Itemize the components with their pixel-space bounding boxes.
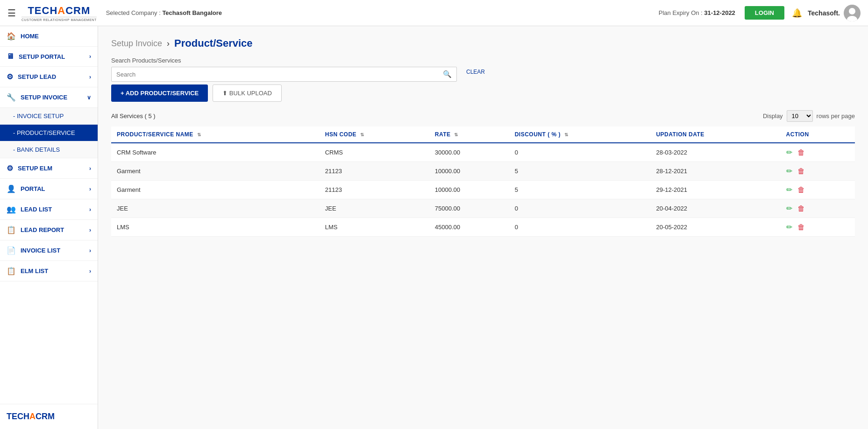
add-product-service-button[interactable]: + ADD PRODUCT/SERVICE bbox=[111, 84, 208, 102]
setup-invoice-icon: 🔧 bbox=[7, 93, 16, 102]
sidebar-item-setup-portal[interactable]: 🖥 SETUP PORTAL › bbox=[0, 47, 98, 67]
avatar bbox=[844, 5, 861, 21]
table-header-row: All Services ( 5 ) Display 10 25 50 100 … bbox=[111, 110, 855, 122]
sidebar-label-portal: PORTAL bbox=[21, 185, 45, 192]
cell-hsn: 21123 bbox=[320, 162, 429, 181]
logo-sub: CUSTOMER RELATIONSHIP MANAGEMENT bbox=[21, 17, 97, 21]
delete-button[interactable]: 🗑 bbox=[797, 223, 805, 231]
user-info: Techasoft. bbox=[808, 5, 861, 21]
breadcrumb-arrow-icon: › bbox=[167, 39, 170, 49]
sidebar-item-lead-report[interactable]: 📋 LEAD REPORT › bbox=[0, 220, 98, 240]
chevron-right-icon-4: › bbox=[89, 186, 91, 192]
bell-icon[interactable]: 🔔 bbox=[792, 8, 802, 18]
chevron-right-icon-2: › bbox=[89, 74, 91, 80]
edit-button[interactable]: ✏ bbox=[786, 186, 792, 194]
cell-rate: 10000.00 bbox=[429, 162, 509, 181]
sort-icon-name: ⇅ bbox=[197, 132, 201, 137]
sidebar: 🏠 HOME 🖥 SETUP PORTAL › ⚙ SETUP LEAD › 🔧… bbox=[0, 26, 98, 429]
sidebar-item-home[interactable]: 🏠 HOME bbox=[0, 26, 98, 47]
cell-discount: 5 bbox=[509, 162, 651, 181]
cell-action: ✏ 🗑 bbox=[781, 218, 855, 237]
sidebar-item-lead-list[interactable]: 👥 LEAD LIST › bbox=[0, 199, 98, 220]
sidebar-item-product-service[interactable]: - PRODUCT/SERVICE bbox=[0, 125, 98, 141]
sidebar-label-setup-invoice: SETUP INVOICE bbox=[21, 94, 67, 101]
cell-discount: 0 bbox=[509, 143, 651, 162]
user-name: Techasoft. bbox=[808, 9, 840, 17]
edit-button[interactable]: ✏ bbox=[786, 223, 792, 231]
sidebar-item-portal[interactable]: 👤 PORTAL › bbox=[0, 179, 98, 199]
delete-button[interactable]: 🗑 bbox=[797, 148, 805, 156]
chevron-right-icon-6: › bbox=[89, 227, 91, 233]
breadcrumb-parent[interactable]: Setup Invoice bbox=[111, 39, 162, 49]
edit-button[interactable]: ✏ bbox=[786, 148, 792, 156]
search-box: 🔍 bbox=[111, 67, 457, 82]
cell-rate: 45000.00 bbox=[429, 218, 509, 237]
sort-icon-rate: ⇅ bbox=[454, 132, 458, 137]
col-header-name[interactable]: PRODUCT/SERVICE NAME ⇅ bbox=[111, 127, 320, 143]
cell-name: Garment bbox=[111, 181, 320, 199]
button-row: + ADD PRODUCT/SERVICE ⬆ BULK UPLOAD bbox=[111, 84, 855, 102]
search-row: 🔍 CLEAR bbox=[111, 67, 855, 82]
sidebar-sub-invoice: - INVOICE SETUP - PRODUCT/SERVICE - BANK… bbox=[0, 108, 98, 158]
sidebar-item-invoice-list[interactable]: 📄 INVOICE LIST › bbox=[0, 240, 98, 261]
product-service-table: PRODUCT/SERVICE NAME ⇅ HSN CODE ⇅ RATE ⇅… bbox=[111, 127, 855, 237]
cell-discount: 0 bbox=[509, 218, 651, 237]
cell-rate: 10000.00 bbox=[429, 181, 509, 199]
search-input[interactable] bbox=[116, 71, 443, 78]
display-label: Display bbox=[763, 113, 783, 120]
cell-action: ✏ 🗑 bbox=[781, 143, 855, 162]
cell-discount: 5 bbox=[509, 181, 651, 199]
sidebar-item-invoice-setup[interactable]: - INVOICE SETUP bbox=[0, 108, 98, 125]
col-header-hsn[interactable]: HSN CODE ⇅ bbox=[320, 127, 429, 143]
sidebar-label-invoice-list: INVOICE LIST bbox=[21, 247, 60, 254]
cell-hsn: CRMS bbox=[320, 143, 429, 162]
svg-point-1 bbox=[849, 8, 855, 14]
sidebar-label-setup-elm: SETUP ELM bbox=[18, 165, 52, 172]
sidebar-label-lead-list: LEAD LIST bbox=[21, 206, 52, 213]
sidebar-item-setup-lead[interactable]: ⚙ SETUP LEAD › bbox=[0, 67, 98, 87]
search-label: Search Products/Services bbox=[111, 57, 855, 64]
chevron-right-icon-8: › bbox=[89, 268, 91, 274]
col-header-action: ACTION bbox=[781, 127, 855, 143]
rows-per-page-select[interactable]: 10 25 50 100 bbox=[787, 110, 813, 122]
setup-lead-icon: ⚙ bbox=[7, 72, 13, 81]
hamburger-icon[interactable]: ☰ bbox=[7, 7, 16, 19]
sidebar-label-elm-list: ELM LIST bbox=[21, 267, 48, 274]
table-row: Garment 21123 10000.00 5 28-12-2021 ✏ 🗑 bbox=[111, 162, 855, 181]
sidebar-label-bank-details: - BANK DETAILS bbox=[13, 146, 60, 153]
sort-icon-hsn: ⇅ bbox=[360, 132, 364, 137]
sidebar-footer-logo: TECHACRM bbox=[7, 412, 91, 422]
col-header-discount[interactable]: DISCOUNT ( % ) ⇅ bbox=[509, 127, 651, 143]
header-company: Selected Company : Techasoft Bangalore bbox=[106, 9, 659, 16]
cell-updation: 29-12-2021 bbox=[650, 181, 780, 199]
edit-button[interactable]: ✏ bbox=[786, 204, 792, 212]
cell-rate: 30000.00 bbox=[429, 143, 509, 162]
table-row: LMS LMS 45000.00 0 20-05-2022 ✏ 🗑 bbox=[111, 218, 855, 237]
setup-elm-icon: ⚙ bbox=[7, 164, 13, 173]
cell-hsn: LMS bbox=[320, 218, 429, 237]
col-header-rate[interactable]: RATE ⇅ bbox=[429, 127, 509, 143]
sidebar-footer: TECHACRM bbox=[0, 404, 98, 429]
cell-action: ✏ 🗑 bbox=[781, 199, 855, 218]
sidebar-item-setup-invoice[interactable]: 🔧 SETUP INVOICE ∨ bbox=[0, 87, 98, 108]
sort-icon-discount: ⇅ bbox=[564, 132, 569, 137]
logo: TECHACRM CUSTOMER RELATIONSHIP MANAGEMEN… bbox=[21, 5, 97, 21]
sidebar-item-elm-list[interactable]: 📋 ELM LIST › bbox=[0, 261, 98, 281]
delete-button[interactable]: 🗑 bbox=[797, 167, 805, 175]
delete-button[interactable]: 🗑 bbox=[797, 204, 805, 212]
login-button[interactable]: LOGIN bbox=[745, 6, 784, 20]
cell-hsn: 21123 bbox=[320, 181, 429, 199]
table-row: JEE JEE 75000.00 0 20-04-2022 ✏ 🗑 bbox=[111, 199, 855, 218]
edit-button[interactable]: ✏ bbox=[786, 167, 792, 175]
cell-updation: 28-12-2021 bbox=[650, 162, 780, 181]
sidebar-item-setup-elm[interactable]: ⚙ SETUP ELM › bbox=[0, 158, 98, 179]
sidebar-item-bank-details[interactable]: - BANK DETAILS bbox=[0, 141, 98, 158]
sidebar-label-setup-lead: SETUP LEAD bbox=[18, 73, 56, 80]
bulk-upload-button[interactable]: ⬆ BULK UPLOAD bbox=[213, 84, 282, 102]
delete-button[interactable]: 🗑 bbox=[797, 186, 805, 194]
elm-list-icon: 📋 bbox=[7, 267, 16, 275]
clear-button[interactable]: CLEAR bbox=[466, 69, 485, 75]
sidebar-label-lead-report: LEAD REPORT bbox=[21, 226, 64, 233]
display-row: Display 10 25 50 100 rows per page bbox=[763, 110, 855, 122]
chevron-right-icon-7: › bbox=[89, 247, 91, 254]
